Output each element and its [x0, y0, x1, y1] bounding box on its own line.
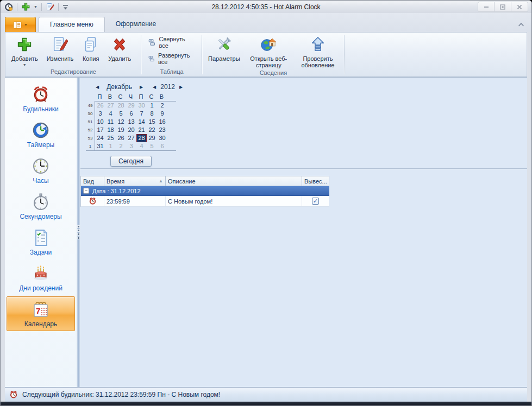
- sidebar-item-alarms[interactable]: Будильники: [7, 81, 75, 116]
- next-alarm-status-text: Следующий будильник: 31.12.2012 23:59:59…: [22, 391, 220, 398]
- chevron-down-icon: ▼: [24, 23, 28, 27]
- column-header-kind[interactable]: Вид: [81, 176, 104, 186]
- minimize-button[interactable]: [478, 2, 495, 12]
- edit-button[interactable]: Изменить: [42, 33, 78, 62]
- calendar-day[interactable]: 1: [147, 101, 157, 110]
- calendar-day[interactable]: 25: [105, 134, 116, 142]
- copy-button[interactable]: Копия: [78, 33, 104, 62]
- calendar-day[interactable]: 9: [157, 110, 167, 118]
- calendar-day[interactable]: 2: [116, 142, 126, 150]
- calendar-day[interactable]: 4: [105, 110, 116, 118]
- show-checkbox[interactable]: ✓: [312, 198, 319, 205]
- calendar-day[interactable]: 16: [157, 118, 167, 126]
- add-button[interactable]: Добавить ▼: [7, 33, 42, 67]
- calendar-day[interactable]: 27: [105, 101, 116, 110]
- expand-all-button[interactable]: Развернуть все: [146, 51, 197, 66]
- calendar-day[interactable]: 4: [136, 142, 147, 150]
- calendar-day[interactable]: 29: [126, 101, 136, 110]
- calendar-week-row: 131123456: [86, 142, 176, 150]
- calendar-day[interactable]: 21: [136, 126, 147, 134]
- table-row[interactable]: 23:59:59 С Новым годом! ✓: [81, 196, 329, 207]
- column-header-show[interactable]: Вывес...: [302, 176, 329, 186]
- calendar-day[interactable]: 31: [95, 142, 105, 150]
- clock-icon: [32, 157, 50, 175]
- calendar-day[interactable]: 14: [136, 118, 147, 126]
- sidebar-item-stopwatches[interactable]: Секундомеры: [7, 189, 75, 224]
- sidebar-item-clocks[interactable]: Часы: [7, 153, 75, 188]
- quick-add-dropdown-icon[interactable]: ▼: [33, 2, 38, 12]
- prev-year-icon[interactable]: ◀: [151, 85, 158, 90]
- application-menu-button[interactable]: ▼: [5, 17, 36, 32]
- calendar-day[interactable]: 28: [116, 101, 126, 110]
- maximize-button[interactable]: [495, 2, 511, 12]
- calendar-day[interactable]: 1: [105, 142, 116, 150]
- calendar-day[interactable]: 24: [95, 134, 105, 142]
- sidebar-item-timers[interactable]: Таймеры: [7, 117, 75, 152]
- tab-appearance[interactable]: Оформление: [105, 17, 167, 32]
- calendar-day[interactable]: 27: [126, 134, 136, 142]
- calendar-day[interactable]: 26: [116, 134, 126, 142]
- calendar-day[interactable]: 12: [116, 118, 126, 126]
- calendar-day[interactable]: 22: [147, 126, 157, 134]
- tasks-icon: [32, 229, 50, 247]
- birthday-cake-icon: [32, 264, 50, 283]
- calendar-day[interactable]: 2: [157, 101, 167, 110]
- calendar-day[interactable]: 6: [126, 110, 136, 118]
- calendar-day[interactable]: 20: [126, 126, 136, 134]
- calendar-day[interactable]: 30: [136, 101, 147, 110]
- calendar-day[interactable]: 17: [95, 126, 105, 134]
- ribbon-tabs: Главное меню Оформление: [39, 17, 167, 32]
- prev-month-icon[interactable]: ◀: [93, 85, 101, 90]
- delete-button[interactable]: Удалить: [104, 33, 135, 62]
- collapse-group-icon[interactable]: −: [83, 188, 89, 194]
- options-button[interactable]: Параметры: [204, 33, 245, 62]
- calendar-day[interactable]: 18: [105, 126, 116, 134]
- check-update-button[interactable]: Проверить обновление: [293, 33, 343, 69]
- tab-main-menu[interactable]: Главное меню: [39, 17, 105, 32]
- table-header: Вид Время▲ Описание Вывес...: [81, 176, 329, 186]
- app-icon[interactable]: [4, 2, 14, 12]
- calendar-day[interactable]: 3: [95, 110, 105, 118]
- collapse-all-button[interactable]: Свернуть все: [146, 35, 197, 50]
- calendar-day[interactable]: 19: [116, 126, 126, 134]
- open-webpage-button[interactable]: Открыть веб-страницу: [245, 33, 293, 69]
- calendar-day[interactable]: 29: [147, 134, 157, 142]
- sidebar-item-tasks[interactable]: Задачи: [7, 225, 75, 259]
- calendar-day[interactable]: 5: [116, 110, 126, 118]
- calendar-day[interactable]: 11: [105, 118, 116, 126]
- calendar-week-row: 49262728293012: [86, 101, 176, 110]
- calendar-widget: ◀ Декабрь ▶ ◀ 2012 ▶ ПВСЧПСВ 49262728293…: [86, 82, 176, 167]
- calendar-day[interactable]: 8: [147, 110, 157, 118]
- table-group-row[interactable]: − Дата : 31.12.2012: [81, 186, 329, 196]
- calendar-day[interactable]: 13: [126, 118, 136, 126]
- sidebar-item-calendar[interactable]: 7 Календарь: [7, 296, 75, 331]
- calendar-day[interactable]: 15: [147, 118, 157, 126]
- main-area: Будильники Таймеры Часы Секундомеры: [5, 77, 527, 387]
- next-year-icon[interactable]: ▶: [177, 85, 185, 90]
- column-header-time[interactable]: Время▲: [104, 176, 166, 186]
- calendar-day[interactable]: 26: [95, 101, 105, 110]
- ribbon-tab-row: ▼ Главное меню Оформление: [1, 13, 531, 32]
- quick-edit-button[interactable]: [45, 2, 55, 12]
- today-button[interactable]: Сегодня: [110, 156, 152, 167]
- calendar-day[interactable]: 5: [147, 142, 157, 150]
- calendar-day[interactable]: 3: [126, 142, 136, 150]
- column-header-description[interactable]: Описание: [166, 176, 302, 186]
- calendar-day[interactable]: 30: [157, 134, 167, 142]
- row-description-cell: С Новым годом!: [166, 196, 302, 206]
- sidebar-item-birthdays[interactable]: Дни рождений: [7, 261, 75, 295]
- sidebar-splitter[interactable]: [77, 78, 80, 387]
- expand-all-icon: [148, 55, 155, 62]
- calendar-day[interactable]: 10: [95, 118, 105, 126]
- calendar-day[interactable]: 23: [157, 126, 167, 134]
- customize-toolbar-icon[interactable]: [62, 2, 69, 12]
- close-button[interactable]: [511, 2, 528, 12]
- calendar-week-row: 5110111213141516: [86, 118, 176, 126]
- next-month-icon[interactable]: ▶: [137, 85, 145, 90]
- collapse-ribbon-button[interactable]: [516, 20, 526, 29]
- calendar-day[interactable]: 7: [136, 110, 147, 118]
- calendar-day[interactable]: 6: [157, 142, 167, 150]
- ribbon-group-table: Свернуть все Развернуть все Таблица: [141, 33, 202, 77]
- quick-add-button[interactable]: [21, 2, 31, 12]
- calendar-day-selected[interactable]: 28: [136, 134, 147, 142]
